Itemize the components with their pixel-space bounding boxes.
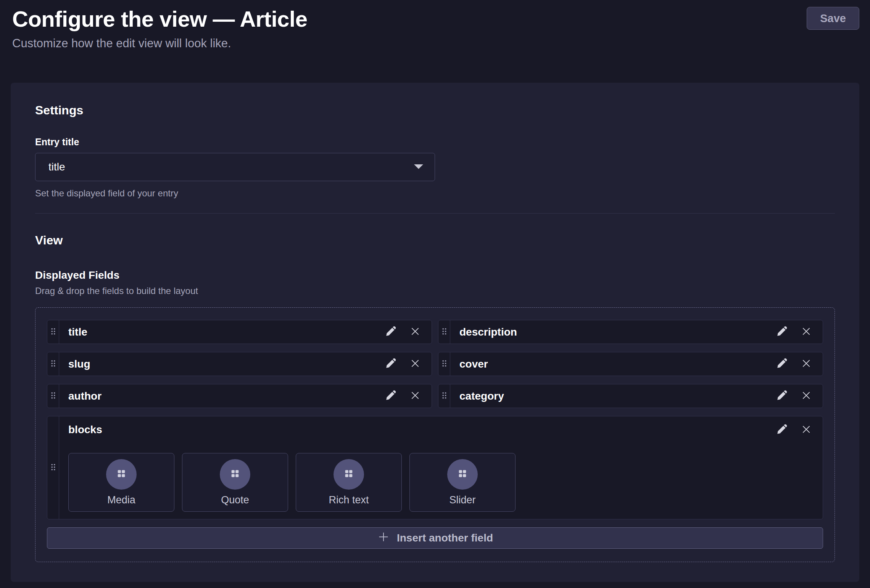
field-actions [383,384,432,408]
save-button[interactable]: Save [807,7,859,30]
config-panel: Settings Entry title title Set the displ… [11,83,859,582]
component-icon-circle [447,459,478,490]
edit-field-button[interactable] [775,389,789,403]
entry-title-select[interactable]: title [35,153,435,181]
edit-field-button[interactable] [383,389,398,403]
field-name: slug [68,358,383,370]
grid-icon [116,468,127,480]
page-subtitle: Customize how the edit view will look li… [12,37,307,50]
field-card: cover [438,352,823,376]
close-icon [800,389,812,403]
drag-dots-icon [51,391,56,401]
view-heading: View [35,233,835,248]
component-tile[interactable]: Slider [409,453,516,512]
drag-handle[interactable] [47,416,59,519]
field-actions [383,352,432,376]
entry-title-hint: Set the displayed field of your entry [35,188,835,199]
component-icon-circle [334,459,364,490]
component-tile[interactable]: Rich text [296,453,402,512]
close-icon [409,325,421,339]
remove-field-button[interactable] [799,389,814,403]
field-name: cover [459,358,775,370]
settings-heading: Settings [35,103,835,118]
entry-title-select-value: title [48,161,65,173]
field-name: blocks [68,424,775,436]
insert-another-field-label: Insert another field [397,532,493,544]
field-actions [775,320,823,344]
section-divider [35,213,835,214]
drag-handle[interactable] [47,320,59,344]
drag-dots-icon [442,391,447,401]
blocks-content: blocks Media Quote [59,416,823,519]
pencil-icon [776,357,788,371]
blocks-header: blocks [68,423,814,437]
field-card: category [438,384,823,408]
pencil-icon [385,389,397,403]
grid-icon [457,468,468,480]
pencil-icon [776,389,788,403]
drag-dots-icon [51,463,56,472]
field-actions [775,423,814,437]
insert-another-field-button[interactable]: Insert another field [47,527,823,549]
drag-dots-icon [51,327,56,337]
close-icon [800,357,812,371]
field-card: description [438,320,823,344]
remove-field-button[interactable] [408,357,422,371]
component-tile[interactable]: Quote [182,453,288,512]
fields-dropzone: title description [35,307,835,562]
remove-field-button[interactable] [408,389,422,403]
close-icon [800,423,812,437]
component-tiles: Media Quote Rich text Slider [68,453,814,512]
close-icon [800,325,812,339]
page-title: Configure the view — Article [12,7,307,31]
component-tile-label: Media [107,494,135,506]
drag-handle[interactable] [47,352,59,376]
component-tile[interactable]: Media [68,453,174,512]
field-name: category [459,390,775,402]
fields-grid: title description [47,320,823,519]
edit-field-button[interactable] [775,325,789,339]
field-card: author [47,384,432,408]
drag-handle[interactable] [438,320,450,344]
remove-field-button[interactable] [799,325,814,339]
edit-field-button[interactable] [775,423,789,437]
grid-icon [343,468,354,480]
plus-icon [377,530,390,546]
drag-dots-icon [442,359,447,369]
component-icon-circle [220,459,250,490]
drag-handle[interactable] [438,352,450,376]
header-text: Configure the view — Article Customize h… [12,7,307,50]
field-card: title [47,320,432,344]
remove-field-button[interactable] [408,325,422,339]
drag-handle[interactable] [438,384,450,408]
edit-field-button[interactable] [383,325,398,339]
drag-dots-icon [51,359,56,369]
field-actions [775,384,823,408]
field-actions [775,352,823,376]
grid-icon [230,468,240,480]
remove-field-button[interactable] [799,423,814,437]
entry-title-block: Entry title title Set the displayed fiel… [35,136,835,199]
drag-handle[interactable] [47,384,59,408]
component-tile-label: Quote [221,494,249,506]
remove-field-button[interactable] [799,357,814,371]
pencil-icon [776,423,788,437]
field-name: description [459,326,775,338]
field-card: slug [47,352,432,376]
field-card-blocks: blocks Media Quote [47,416,823,519]
pencil-icon [385,325,397,339]
field-actions [383,320,432,344]
edit-field-button[interactable] [775,357,789,371]
field-name: title [68,326,383,338]
drag-drop-hint: Drag & drop the fields to build the layo… [35,285,835,297]
component-tile-label: Slider [449,494,475,506]
close-icon [409,389,421,403]
pencil-icon [385,357,397,371]
page-header: Configure the view — Article Customize h… [0,0,870,50]
pencil-icon [776,325,788,339]
displayed-fields-label: Displayed Fields [35,269,835,281]
close-icon [409,357,421,371]
edit-field-button[interactable] [383,357,398,371]
drag-dots-icon [442,327,447,337]
component-icon-circle [106,459,137,490]
